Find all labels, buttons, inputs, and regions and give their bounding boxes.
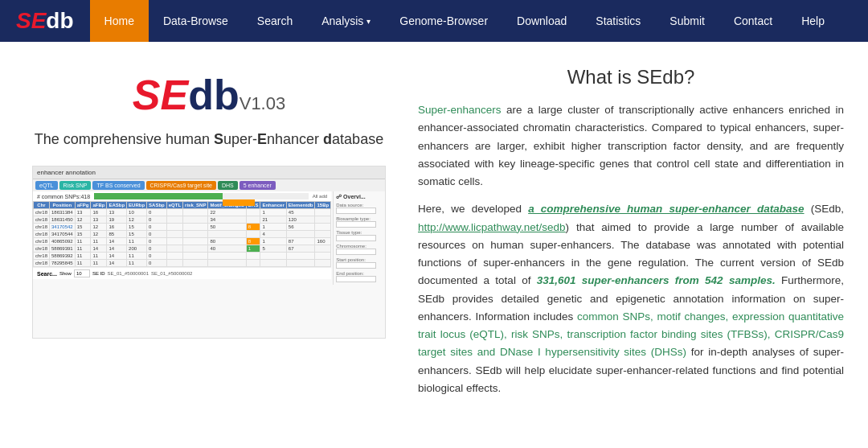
logo-db: db (46, 8, 73, 34)
nav-item-home[interactable]: Home (90, 0, 149, 42)
nav-item-statistics[interactable]: Statistics (581, 0, 655, 42)
screenshot-preview: enhancer annotation eQTL Risk SNP TF BS … (32, 166, 386, 339)
db-link2[interactable]: http://www.licpathway.net/sedb (418, 221, 566, 233)
left-panel: SEdbV1.03 The comprehensive human Super-… (0, 58, 402, 423)
table-row: chr18341705441512851504 (34, 231, 331, 238)
mock-tab-enhancer: 5 enhancer (240, 181, 276, 190)
table-row: chr18588693911114142000401567 (34, 245, 331, 253)
description-para2: Here, we developed a comprehensive human… (418, 200, 844, 397)
mock-show-label: Show (59, 271, 72, 276)
col-sasbp: SASbp (147, 202, 167, 209)
nav-item-download[interactable]: Download (502, 0, 581, 42)
mock-snp-bar: # common SNPs:418 All add (33, 191, 331, 201)
super-enhancers-label: Super-enhancers (418, 104, 502, 116)
table-row: chr181863138413161310022145 (34, 209, 331, 216)
mock-tab-dhs: DHS (218, 181, 238, 190)
mock-search-title: Searc... (37, 271, 57, 277)
description-para1: Super-enhancers are a large cluster of t… (418, 101, 844, 191)
col-afbp: aFBp (91, 202, 107, 209)
table-row: chr1840865092111114110808187160 (34, 238, 331, 245)
tagline-bold-e: E (257, 131, 267, 147)
right-panel: What is SEdb? Super-enhancers are a larg… (402, 58, 868, 423)
logo-db-large: db (188, 72, 240, 118)
col-elementdb: Elementdb (286, 202, 315, 209)
mock-table-area: # common SNPs:418 All add Chr Position (33, 191, 331, 285)
mock-table: Chr Position aFPg aFBp EASbp EURbp SASbp… (33, 201, 331, 267)
table-row: chr1858869392111114110 (34, 253, 331, 260)
logo-se: SE (16, 8, 46, 34)
nav-item-submit[interactable]: Submit (655, 0, 719, 42)
table-row: chr18186314501213191203421120 (34, 216, 331, 224)
logo-se-large: SE (133, 72, 188, 118)
mock-tab-crispr: CRISPR/Cas9 target site (146, 181, 216, 190)
col-afpg: aFPg (75, 202, 91, 209)
mock-bar-label: All add (313, 194, 327, 199)
mock-tab-tfbs: TF BS conserved (92, 181, 144, 190)
mock-tissue-input (336, 235, 376, 241)
tagline-bold-d: d (323, 131, 332, 147)
sedb-logo-large: SEdbV1.03 (133, 74, 285, 116)
col-enhancer: Enhancer (260, 202, 286, 209)
nav-items: Home Data-Browse Search Analysis ▾ Genom… (90, 0, 839, 42)
mock-tabs: eQTL Risk SNP TF BS conserved CRISPR/Cas… (33, 179, 385, 191)
mock-bar-container (94, 193, 309, 199)
col-easbp: EASbp (107, 202, 127, 209)
mock-start-input (336, 262, 376, 269)
mock-snp-label: # common SNPs:418 (37, 194, 90, 199)
navigation: SEdb Home Data-Browse Search Analysis ▾ … (0, 0, 868, 42)
mock-bar-orange (223, 199, 255, 206)
page-title: What is SEdb? (418, 66, 844, 88)
mock-tab-eqtl: eQTL (35, 181, 58, 190)
tagline-bold-s: S (214, 131, 223, 147)
mock-biosample-input (336, 221, 376, 228)
db-link1[interactable]: a comprehensive human super-enhancer dat… (528, 203, 804, 215)
analysis-dropdown-icon: ▾ (366, 17, 371, 26)
mock-chr-input (336, 249, 376, 255)
mock-search-box: Searc... Show SE ID SE_01_#50000001 SE_0… (33, 267, 331, 279)
mock-layout: # common SNPs:418 All add Chr Position (33, 191, 385, 285)
mock-header: enhancer annotation (33, 166, 385, 179)
nav-item-search[interactable]: Search (243, 0, 307, 42)
logo[interactable]: SEdb (0, 0, 90, 42)
main-content: SEdbV1.03 The comprehensive human Super-… (0, 42, 868, 439)
features-text: common SNPs, motif changes, expression q… (418, 310, 844, 359)
col-risksnp: risk_SNP (183, 202, 208, 209)
mock-se-id-2: SE_01_#50000002 (151, 271, 192, 276)
stats-text: 331,601 super-enhancers from 542 samples… (537, 274, 776, 286)
logo-version: V1.03 (240, 93, 286, 113)
nav-item-genome-browser[interactable]: Genome-Browser (385, 0, 502, 42)
col-position: Position (50, 202, 76, 209)
mock-right-panel: ☍ Overvi... Data source: Biosample type:… (333, 191, 385, 285)
nav-item-data-browse[interactable]: Data-Browse (149, 0, 243, 42)
col-eqtl: eQTL (166, 202, 182, 209)
nav-item-contact[interactable]: Contact (719, 0, 787, 42)
mock-se-id-1: SE_01_#50000001 (108, 271, 149, 276)
mock-datasource-input (336, 208, 376, 214)
mock-seid-label: SE ID (92, 271, 105, 276)
para1-text: are a large cluster of transcriptionally… (418, 104, 844, 187)
tagline: The comprehensive human Super-Enhancer d… (35, 129, 383, 150)
mock-show-input[interactable] (74, 269, 90, 277)
nav-item-help[interactable]: Help (787, 0, 839, 42)
mock-end-input (336, 276, 376, 282)
col-15bp: 15Bp (315, 202, 331, 209)
mock-overview-title: ☍ Overvi... (336, 194, 383, 200)
mock-bar-green (94, 193, 223, 199)
table-row: chr1878295845111114110 (34, 260, 331, 267)
col-chr: Chr (34, 202, 50, 209)
col-eurbp: EURbp (127, 202, 147, 209)
table-row: chr1834170542151216150508156 (34, 224, 331, 231)
nav-item-analysis[interactable]: Analysis ▾ (307, 0, 385, 42)
mock-tab-risksnp: Risk SNP (59, 181, 92, 190)
